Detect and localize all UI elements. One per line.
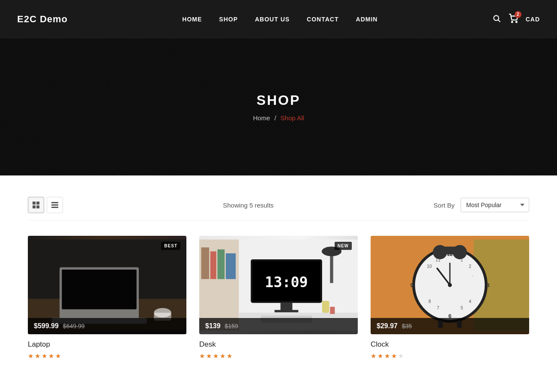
svg-rect-21 xyxy=(201,247,210,279)
product-image-wrap-desk: 13:09 xyxy=(199,236,358,334)
svg-point-3 xyxy=(516,21,517,22)
nav-about[interactable]: ABOUT US xyxy=(255,14,290,25)
svg-text:11: 11 xyxy=(436,258,441,262)
star-1: ★ xyxy=(199,352,205,360)
svg-rect-24 xyxy=(226,253,236,279)
product-image-wrap-laptop: BEST $599.99 $649.99 xyxy=(28,236,186,334)
star-2: ★ xyxy=(35,352,40,360)
header-actions: 2 CAD xyxy=(492,14,540,25)
hero-banner: SHOP Home / Shop All xyxy=(0,39,557,175)
sort-label: Sort By xyxy=(434,202,455,209)
product-original-price-desk: $159 xyxy=(225,323,238,330)
star-3: ★ xyxy=(42,352,47,360)
product-card-laptop[interactable]: BEST $599.99 $649.99 Laptop ★ ★ ★ ★ ★ xyxy=(28,236,186,360)
cart-count: 2 xyxy=(515,11,521,18)
svg-point-58 xyxy=(448,283,452,287)
star-2: ★ xyxy=(377,352,383,360)
sort-area: Sort By Most Popular Price: Low to High … xyxy=(434,198,529,212)
results-count: Showing 5 results xyxy=(223,202,273,209)
svg-point-2 xyxy=(512,21,513,22)
product-stars-desk: ★ ★ ★ ★ ★ xyxy=(199,352,358,360)
currency-selector[interactable]: CAD xyxy=(526,16,540,23)
hero-content: SHOP Home / Shop All xyxy=(253,92,304,122)
product-price-tag-laptop: $599.99 $649.99 xyxy=(28,318,186,334)
nav-shop[interactable]: SHOP xyxy=(219,14,238,25)
svg-text:13:09: 13:09 xyxy=(265,274,308,291)
product-price-clock: $29.97 xyxy=(377,322,398,330)
shop-area: Showing 5 results Sort By Most Popular P… xyxy=(0,175,557,386)
product-original-price-clock: $35 xyxy=(402,323,412,330)
product-stars-clock: ★ ★ ★ ★ ★ xyxy=(371,352,529,360)
svg-text:2: 2 xyxy=(469,264,471,269)
svg-text:1: 1 xyxy=(461,258,463,262)
search-button[interactable] xyxy=(492,14,501,25)
cart-button[interactable]: 2 xyxy=(509,14,518,25)
svg-text:4: 4 xyxy=(469,299,471,304)
svg-text:10: 10 xyxy=(427,264,432,269)
svg-text:5: 5 xyxy=(461,306,463,310)
breadcrumb-separator: / xyxy=(274,114,276,122)
product-name-laptop: Laptop xyxy=(28,340,186,349)
nav-admin[interactable]: ADMIN xyxy=(356,14,378,25)
svg-text:7: 7 xyxy=(437,306,439,310)
list-view-button[interactable] xyxy=(47,197,63,213)
svg-rect-23 xyxy=(218,249,225,279)
svg-text:3: 3 xyxy=(486,282,489,288)
svg-rect-16 xyxy=(62,270,137,309)
svg-point-0 xyxy=(494,15,499,21)
breadcrumb-current: Shop All xyxy=(281,114,304,122)
star-5: ★ xyxy=(227,352,232,360)
svg-rect-10 xyxy=(51,207,58,208)
product-price-laptop: $599.99 xyxy=(34,322,59,330)
star-5: ★ xyxy=(55,352,61,360)
sort-select[interactable]: Most Popular Price: Low to High Price: H… xyxy=(461,198,529,212)
svg-text:·: · xyxy=(472,273,473,278)
svg-text:12: 12 xyxy=(447,251,453,257)
svg-rect-33 xyxy=(330,307,335,314)
nav-home[interactable]: HOME xyxy=(182,14,202,25)
product-card-desk[interactable]: 13:09 xyxy=(199,236,358,360)
svg-rect-28 xyxy=(281,303,293,311)
svg-rect-22 xyxy=(210,251,216,279)
product-name-desk: Desk xyxy=(199,340,358,349)
star-2: ★ xyxy=(206,352,212,360)
svg-line-1 xyxy=(498,20,500,22)
breadcrumb-home[interactable]: Home xyxy=(253,114,270,122)
svg-rect-4 xyxy=(33,202,36,205)
breadcrumb: Home / Shop All xyxy=(253,114,304,122)
grid-view-button[interactable] xyxy=(28,197,44,213)
nav-contact[interactable]: CONTACT xyxy=(307,14,338,25)
svg-rect-6 xyxy=(33,205,36,208)
product-grid: BEST $599.99 $649.99 Laptop ★ ★ ★ ★ ★ xyxy=(28,236,529,360)
star-4: ★ xyxy=(220,352,225,360)
product-price-tag-clock: $29.97 $35 xyxy=(371,318,529,334)
product-badge-desk: NEW xyxy=(335,242,352,250)
star-3: ★ xyxy=(213,352,219,360)
product-name-clock: Clock xyxy=(371,340,529,349)
product-badge-laptop: BEST xyxy=(161,242,180,250)
view-toggles xyxy=(28,197,63,213)
svg-rect-7 xyxy=(36,205,39,208)
header: E2C Demo HOME SHOP ABOUT US CONTACT ADMI… xyxy=(0,0,557,39)
product-original-price-laptop: $649.99 xyxy=(63,323,85,330)
star-1: ★ xyxy=(28,352,33,360)
star-1: ★ xyxy=(371,352,376,360)
logo[interactable]: E2C Demo xyxy=(17,14,68,25)
svg-rect-5 xyxy=(36,202,39,205)
product-image-wrap-clock: 12 6 9 3 1 2 · 4 5 11 10 8 7 xyxy=(371,236,529,334)
svg-rect-9 xyxy=(51,205,58,206)
product-price-tag-desk: $139 $159 xyxy=(199,318,358,334)
svg-text:8: 8 xyxy=(428,299,431,304)
svg-text:9: 9 xyxy=(410,282,413,288)
star-4: ★ xyxy=(48,352,54,360)
main-nav: HOME SHOP ABOUT US CONTACT ADMIN xyxy=(182,14,377,25)
product-card-clock[interactable]: 12 6 9 3 1 2 · 4 5 11 10 8 7 xyxy=(371,236,529,360)
shop-toolbar: Showing 5 results Sort By Most Popular P… xyxy=(28,197,529,220)
svg-rect-8 xyxy=(51,202,58,203)
product-stars-laptop: ★ ★ ★ ★ ★ xyxy=(28,352,186,360)
hero-title: SHOP xyxy=(253,92,304,108)
star-5-empty: ★ xyxy=(398,352,404,360)
star-3: ★ xyxy=(384,352,390,360)
star-4: ★ xyxy=(391,352,397,360)
svg-rect-32 xyxy=(322,301,329,313)
